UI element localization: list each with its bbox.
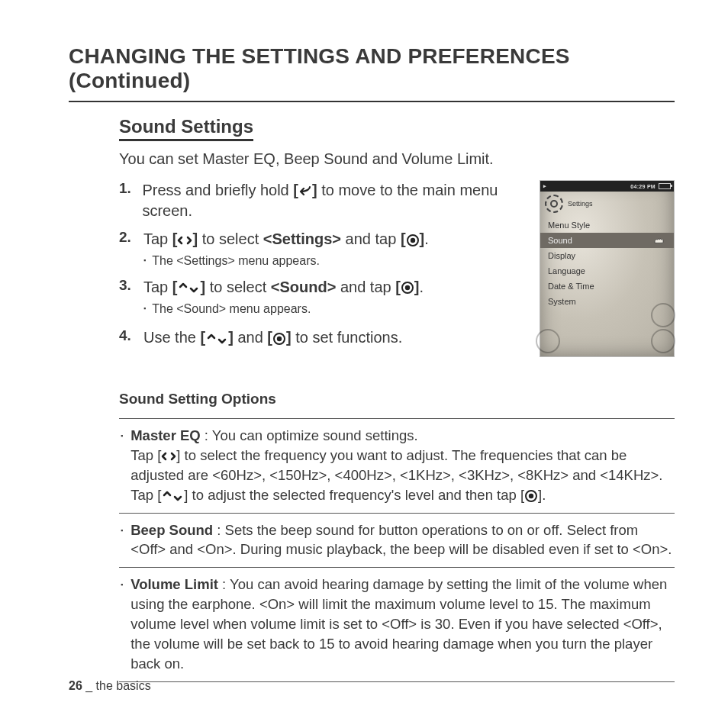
step-bold: <Settings> bbox=[263, 230, 341, 247]
option-volume-limit: Volume Limit : You can avoid hearing dam… bbox=[119, 568, 675, 681]
step-bold: <Sound> bbox=[271, 279, 337, 295]
gear-icon bbox=[545, 195, 563, 213]
confirm-icon bbox=[524, 489, 538, 503]
step-sub: The <Settings> menu appears. bbox=[143, 253, 429, 269]
step-3: 3. Tap [] to select <Sound> and tap []. … bbox=[119, 277, 523, 317]
page-number: 26 bbox=[69, 679, 82, 692]
back-icon bbox=[298, 185, 312, 198]
device-menu-label: Sound bbox=[548, 234, 572, 246]
bullet-icon bbox=[121, 426, 123, 505]
hand-pointer-icon bbox=[652, 237, 666, 244]
step-text: Tap bbox=[143, 279, 172, 295]
decorative-ring bbox=[536, 329, 560, 353]
device-header-label: Settings bbox=[568, 200, 593, 208]
section-title: Sound Settings bbox=[119, 116, 253, 141]
confirm-icon bbox=[272, 332, 286, 346]
step-text: to select bbox=[205, 279, 271, 295]
option-detail: ] to adjust the selected frequency's lev… bbox=[184, 487, 524, 503]
options-list: Master EQ : You can optimize sound setti… bbox=[119, 418, 675, 682]
left-right-icon bbox=[161, 449, 176, 463]
device-menu-item[interactable]: Display bbox=[540, 248, 674, 263]
device-menu-item[interactable]: Language bbox=[540, 263, 674, 279]
option-name: Beep Sound bbox=[130, 522, 213, 538]
bullet-icon bbox=[121, 520, 123, 560]
footer-sep: _ bbox=[82, 679, 96, 692]
decorative-ring bbox=[651, 303, 675, 327]
step-number: 4. bbox=[119, 327, 136, 344]
step-text: and tap bbox=[336, 279, 395, 295]
option-name: Master EQ bbox=[130, 427, 201, 443]
step-text: Press and briefly hold bbox=[142, 182, 293, 198]
device-menu-item[interactable]: Date & Time bbox=[540, 279, 674, 294]
content-area: Sound Settings You can set Master EQ, Be… bbox=[119, 116, 675, 682]
manual-page: CHANGING THE SETTINGS AND PREFERENCES (C… bbox=[0, 0, 728, 728]
option-beep-sound: Beep Sound : Sets the beep sound for but… bbox=[119, 514, 675, 569]
device-time: 04:29 PM bbox=[630, 184, 656, 189]
options-heading: Sound Setting Options bbox=[119, 391, 675, 407]
device-menu: Menu Style Sound Display Language Date &… bbox=[540, 217, 674, 309]
step-text: to select bbox=[198, 230, 263, 247]
confirm-icon bbox=[401, 281, 414, 295]
up-down-icon bbox=[161, 489, 184, 503]
step-text: and tap bbox=[341, 230, 401, 247]
page-footer: 26 _ the basics bbox=[69, 679, 151, 693]
chapter-title: CHANGING THE SETTINGS AND PREFERENCES (C… bbox=[69, 44, 675, 102]
left-right-icon bbox=[177, 234, 192, 247]
bullet-icon bbox=[121, 575, 123, 673]
decorative-ring bbox=[651, 329, 675, 353]
option-detail: Tap [ bbox=[130, 447, 161, 463]
option-desc: : You can optimize sound settings. bbox=[201, 427, 418, 443]
up-down-icon bbox=[205, 332, 228, 346]
step-text: . bbox=[420, 279, 424, 295]
battery-icon bbox=[659, 183, 671, 189]
device-menu-item-selected[interactable]: Sound bbox=[540, 233, 674, 248]
step-2: 2. Tap [] to select <Settings> and tap [… bbox=[119, 229, 523, 269]
step-number: 3. bbox=[119, 277, 136, 294]
step-4: 4. Use the [] and [] to set functions. bbox=[119, 327, 523, 348]
footer-section: the basics bbox=[96, 679, 151, 692]
step-text: to set functions. bbox=[292, 329, 403, 346]
device-header: Settings bbox=[540, 192, 674, 216]
option-master-eq: Master EQ : You can optimize sound setti… bbox=[119, 419, 675, 514]
step-text: and bbox=[234, 329, 267, 346]
option-name: Volume Limit bbox=[130, 576, 218, 592]
up-down-icon bbox=[177, 281, 200, 295]
device-status-bar: ▸ 04:29 PM bbox=[540, 181, 674, 192]
device-menu-item[interactable]: Menu Style bbox=[540, 217, 674, 233]
step-text: Tap bbox=[143, 230, 172, 247]
step-number: 2. bbox=[119, 229, 136, 246]
step-number: 1. bbox=[119, 180, 134, 197]
step-sub: The <Sound> menu appears. bbox=[143, 301, 424, 317]
device-screenshot: ▸ 04:29 PM Settings Menu Style Sound bbox=[540, 180, 675, 357]
option-detail: ]. bbox=[538, 487, 546, 503]
step-text: Use the bbox=[143, 329, 200, 346]
intro-text: You can set Master EQ, Beep Sound and Vo… bbox=[119, 150, 675, 168]
step-text: . bbox=[424, 230, 429, 247]
step-1: 1. Press and briefly hold [] to move to … bbox=[119, 180, 523, 221]
confirm-icon bbox=[406, 234, 420, 247]
